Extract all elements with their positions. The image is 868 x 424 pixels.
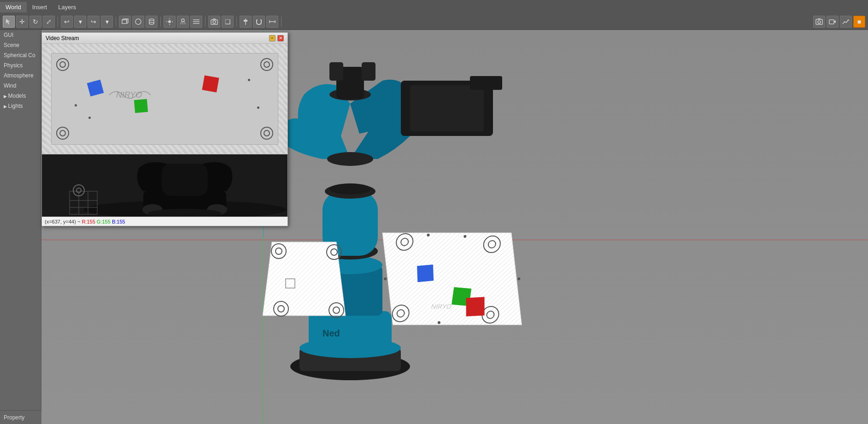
bottom-feed-svg xyxy=(60,154,287,217)
menu-bar: World Insert Layers xyxy=(0,0,868,14)
toolbar-undo-dropdown[interactable]: ▾ xyxy=(74,16,86,28)
toolbar-rotate[interactable]: ↻ xyxy=(29,16,41,28)
calib-circle-tl xyxy=(56,58,69,71)
dot-bl xyxy=(88,117,91,119)
sidebar-item-scene[interactable]: Scene xyxy=(0,40,41,50)
sidebar-item-lights[interactable]: Lights xyxy=(0,101,41,111)
sidebar-item-atmosphere[interactable]: Atmosphere xyxy=(0,71,41,81)
dot-tr xyxy=(248,79,250,81)
toolbar-point-light[interactable] xyxy=(164,16,176,28)
sidebar-item-spherical[interactable]: Spherical Co xyxy=(0,50,41,60)
toolbar-measure[interactable] xyxy=(266,16,278,28)
property-panel: Property xyxy=(0,410,41,424)
status-g-label: G: xyxy=(97,219,102,224)
svg-rect-47 xyxy=(470,76,502,90)
sidebar-item-physics[interactable]: Physics xyxy=(0,60,41,71)
toolbar-object[interactable]: ■ xyxy=(853,16,865,28)
separator-6 xyxy=(281,17,282,27)
svg-rect-59 xyxy=(466,297,485,316)
svg-point-3 xyxy=(149,19,154,21)
svg-point-40 xyxy=(327,152,373,166)
toolbar-sphere[interactable] xyxy=(132,16,144,28)
dot-ml xyxy=(75,104,77,106)
toolbar-screenshot[interactable] xyxy=(813,16,825,28)
toolbar-translate[interactable]: ✛ xyxy=(16,16,28,28)
window-close-btn[interactable]: ✕ xyxy=(277,35,284,41)
separator-1 xyxy=(58,17,58,27)
calib-circle-tr xyxy=(260,58,273,71)
svg-point-60 xyxy=(384,277,387,280)
svg-point-7 xyxy=(168,20,171,23)
video-stream-titlebar: Video Stream − ✕ xyxy=(42,33,287,44)
status-g-val: 155 xyxy=(102,219,110,224)
toolbar-box[interactable] xyxy=(119,16,131,28)
menu-world[interactable]: World xyxy=(0,2,27,12)
cube-red-camera xyxy=(202,75,219,92)
svg-rect-43 xyxy=(329,62,343,81)
property-label: Property xyxy=(4,414,24,421)
toolbar-magnet[interactable] xyxy=(253,16,265,28)
svg-rect-32 xyxy=(309,311,392,353)
status-r-label: R: xyxy=(82,219,87,224)
toolbar-cylinder[interactable] xyxy=(146,16,158,28)
cube-blue-camera xyxy=(87,80,104,97)
svg-rect-46 xyxy=(410,85,484,131)
toolbar-copy[interactable]: ❏ xyxy=(222,16,234,28)
separator-4 xyxy=(205,17,205,27)
toolbar-graph[interactable] xyxy=(840,16,852,28)
toolbar-select[interactable] xyxy=(3,16,15,28)
window-minimize-btn[interactable]: − xyxy=(269,35,276,41)
svg-rect-44 xyxy=(362,62,375,81)
menu-layers[interactable]: Layers xyxy=(53,2,82,12)
svg-point-12 xyxy=(182,19,184,22)
video-stream-window[interactable]: Video Stream − ✕ xyxy=(41,32,288,226)
sidebar-item-gui[interactable]: GUI xyxy=(0,30,41,40)
top-camera-feed: NIRYO xyxy=(42,44,287,154)
toolbar-video[interactable] xyxy=(827,16,839,28)
toolbar-redo-dropdown[interactable]: ▾ xyxy=(101,16,113,28)
svg-point-39 xyxy=(329,183,371,194)
menu-insert[interactable]: Insert xyxy=(27,2,53,12)
status-r-val: 155 xyxy=(87,219,95,224)
toolbar-camera[interactable] xyxy=(208,16,220,28)
calib-circle-br xyxy=(260,127,273,140)
window-controls: − ✕ xyxy=(269,35,284,41)
video-status-bar: (x=637, y=44) ~ R: 155 G: 155 B: 155 xyxy=(42,217,287,226)
dot-mr xyxy=(257,106,259,109)
status-b-label: B: xyxy=(112,219,117,224)
sidebar: GUI Scene Spherical Co Physics Atmospher… xyxy=(0,30,41,424)
svg-rect-28 xyxy=(829,20,834,24)
toolbar-undo[interactable]: ↩ xyxy=(61,16,73,28)
svg-point-6 xyxy=(149,23,154,24)
svg-rect-27 xyxy=(818,18,821,19)
svg-point-26 xyxy=(818,21,821,24)
toolbar-align[interactable] xyxy=(240,16,252,28)
status-coords: (x=637, y=44) ~ xyxy=(45,219,80,224)
separator-3 xyxy=(160,17,161,27)
toolbar: ✛ ↻ ⤢ ↩ ▾ ↪ ▾ ❏ ■ xyxy=(0,14,868,30)
calib-circle-bl xyxy=(56,127,69,140)
toolbar-scale[interactable]: ⤢ xyxy=(43,16,55,28)
svg-text:Ned: Ned xyxy=(323,328,340,338)
bottom-camera-feed xyxy=(42,154,287,217)
svg-point-2 xyxy=(135,19,141,24)
sidebar-item-models[interactable]: Models xyxy=(0,91,41,101)
svg-rect-57 xyxy=(417,265,434,282)
trajectory-path xyxy=(107,86,153,104)
svg-text:NIRYO: NIRYO xyxy=(431,303,452,310)
svg-rect-19 xyxy=(244,20,247,22)
separator-5 xyxy=(236,17,237,27)
svg-point-17 xyxy=(213,21,216,24)
svg-point-63 xyxy=(517,277,521,280)
video-stream-title: Video Stream xyxy=(46,35,79,41)
toolbar-redo[interactable]: ↪ xyxy=(88,16,100,28)
status-b-val: 155 xyxy=(117,219,125,224)
svg-rect-77 xyxy=(162,164,208,196)
sidebar-item-wind[interactable]: Wind xyxy=(0,81,41,91)
separator-2 xyxy=(116,17,116,27)
toolbar-spot-light[interactable] xyxy=(177,16,189,28)
svg-rect-0 xyxy=(122,20,127,24)
toolbar-directional-light[interactable] xyxy=(190,16,202,28)
